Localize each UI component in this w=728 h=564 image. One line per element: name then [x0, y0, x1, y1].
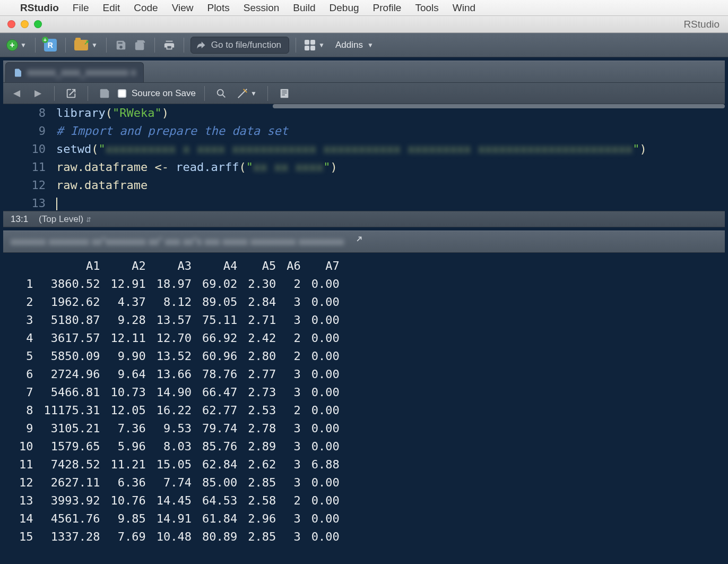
- svg-rect-2: [281, 89, 289, 98]
- editor-statusbar: 13:1 (Top Level) ⇵: [3, 211, 725, 227]
- window-zoom-button[interactable]: [34, 20, 42, 28]
- window-close-button[interactable]: [7, 20, 15, 28]
- show-in-new-window-button[interactable]: [63, 86, 79, 101]
- separator: [35, 38, 36, 53]
- scope-selector[interactable]: (Top Level) ⇵: [39, 214, 91, 225]
- menu-app[interactable]: RStudio: [20, 2, 59, 14]
- nav-forward-button[interactable]: ▶: [30, 86, 46, 101]
- addins-label: Addins: [335, 40, 363, 50]
- popout-icon[interactable]: [352, 235, 363, 248]
- separator: [204, 86, 205, 101]
- separator: [267, 86, 268, 101]
- find-button[interactable]: [213, 86, 229, 101]
- editor-toolbar: ◀ ▶ Source on Save ▼: [3, 83, 725, 104]
- code-tools-button[interactable]: ▼: [235, 86, 259, 101]
- nav-back-button[interactable]: ◀: [8, 86, 24, 101]
- main-toolbar: +▼ R ▼ Go to file/function ▼ Addins ▼: [0, 33, 728, 57]
- new-project-button[interactable]: R: [42, 37, 59, 53]
- menu-edit[interactable]: Edit: [102, 2, 120, 14]
- console-working-dir: xxxxxxx xxxxxxxx xx"xxxxxxxx xx" xxx xx"…: [11, 236, 344, 247]
- horizontal-scrollbar[interactable]: [273, 104, 725, 108]
- menu-view[interactable]: View: [172, 2, 194, 14]
- menu-session[interactable]: Session: [244, 2, 280, 14]
- goto-file-function[interactable]: Go to file/function: [190, 37, 289, 54]
- tab-filename: xxxxxx_xxxx_xxxxxxxxx x: [27, 67, 136, 78]
- save-source-button[interactable]: [97, 86, 112, 101]
- menu-build[interactable]: Build: [293, 2, 315, 14]
- separator: [184, 38, 184, 53]
- menu-tools[interactable]: Tools: [415, 2, 438, 14]
- line-gutter: 8910111213: [3, 104, 51, 211]
- separator: [106, 38, 107, 53]
- cursor-position: 13:1: [11, 214, 28, 225]
- menu-window[interactable]: Wind: [453, 2, 475, 14]
- window-titlebar: RStudio: [0, 16, 728, 33]
- svg-point-0: [218, 89, 223, 95]
- separator: [88, 86, 88, 101]
- save-button[interactable]: [113, 37, 129, 53]
- panes-button[interactable]: ▼: [302, 37, 327, 53]
- source-tabbar: xxxxxx_xxxx_xxxxxxxxx x: [3, 61, 725, 83]
- save-all-button[interactable]: [132, 37, 148, 53]
- source-tab[interactable]: xxxxxx_xxxx_xxxxxxxxx x: [5, 62, 144, 82]
- separator: [296, 38, 296, 53]
- window-minimize-button[interactable]: [21, 20, 29, 28]
- new-file-button[interactable]: +▼: [4, 37, 29, 53]
- console-header: xxxxxxx xxxxxxxx xx"xxxxxxxx xx" xxx xx"…: [3, 230, 725, 253]
- separator: [65, 38, 66, 53]
- mac-menubar: RStudio File Edit Code View Plots Sessio…: [0, 0, 728, 16]
- menu-file[interactable]: File: [73, 2, 89, 14]
- window-title: RStudio: [683, 19, 723, 30]
- menu-code[interactable]: Code: [134, 2, 158, 14]
- file-icon: [13, 68, 23, 78]
- separator: [154, 38, 155, 53]
- source-on-save-checkbox[interactable]: [118, 89, 126, 98]
- menu-profile[interactable]: Profile: [373, 2, 402, 14]
- console-output[interactable]: A1A2A3A4A5A6A713860.5212.9118.9769.022.3…: [3, 253, 725, 546]
- separator: [54, 86, 55, 101]
- source-on-save-label: Source on Save: [132, 88, 196, 99]
- svg-line-1: [222, 95, 225, 97]
- print-button[interactable]: [161, 37, 177, 53]
- menu-debug[interactable]: Debug: [330, 2, 359, 14]
- dataframe-table: A1A2A3A4A5A6A713860.5212.9118.9769.022.3…: [14, 257, 345, 546]
- menu-plots[interactable]: Plots: [207, 2, 229, 14]
- addins-menu[interactable]: Addins ▼: [330, 40, 379, 50]
- open-file-button[interactable]: ▼: [72, 37, 100, 53]
- compile-report-button[interactable]: [276, 86, 292, 101]
- goto-placeholder: Go to file/function: [211, 40, 281, 50]
- source-editor[interactable]: 8910111213 library("RWeka")# Import and …: [3, 104, 725, 211]
